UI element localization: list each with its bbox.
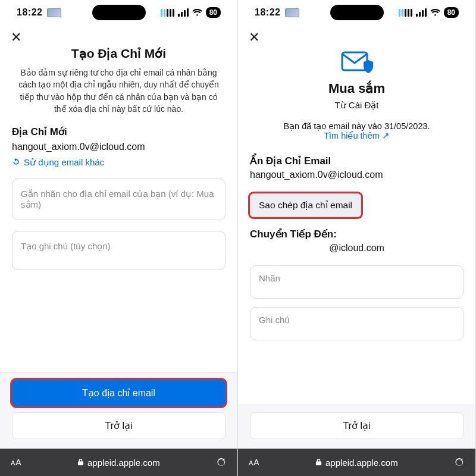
reader-mode-button[interactable]: AA xyxy=(11,458,21,467)
copy-email-button[interactable]: Sao chép địa chỉ email xyxy=(250,193,361,217)
create-email-button-label: Tạo địa chỉ email xyxy=(82,388,155,398)
close-icon[interactable]: ✕ xyxy=(11,30,21,45)
svg-rect-0 xyxy=(342,52,367,70)
pip-thumbnail xyxy=(47,8,61,17)
phone-right: 18:22 80 ✕ Mu xyxy=(238,0,476,476)
back-button-label: Trở lại xyxy=(105,421,132,431)
safari-toolbar: AA appleid.apple.com xyxy=(0,449,237,476)
footer: Tạo địa chỉ email Trở lại xyxy=(0,372,237,449)
learn-more-link[interactable]: Tìm hiểu thêm ↗ xyxy=(324,131,390,140)
pip-thumbnail xyxy=(285,8,299,17)
create-email-button[interactable]: Tạo địa chỉ email xyxy=(12,380,226,406)
page-title: Mua sắm xyxy=(250,81,464,96)
mail-shield-icon xyxy=(341,50,373,74)
reload-button[interactable] xyxy=(454,457,465,468)
reader-mode-button[interactable]: AA xyxy=(249,458,259,467)
note-input[interactable]: Ghi chú xyxy=(250,307,464,340)
cellular-signal-icon xyxy=(416,8,427,17)
use-different-email-link[interactable]: Sử dụng email khác xyxy=(12,157,226,168)
battery-indicator: 80 xyxy=(444,7,459,18)
label-input[interactable]: Nhãn xyxy=(250,265,464,299)
copy-email-button-label: Sao chép địa chỉ email xyxy=(259,200,352,210)
status-time: 18:22 xyxy=(255,7,280,18)
page-title: Tạo Địa Chỉ Mới xyxy=(12,46,226,61)
wifi-icon xyxy=(192,9,202,17)
lock-icon xyxy=(77,458,84,468)
back-button-label: Trở lại xyxy=(343,421,370,431)
reload-button[interactable] xyxy=(216,457,227,468)
status-bar: 18:22 80 xyxy=(0,0,237,25)
address-bar[interactable]: appleid.apple.com xyxy=(277,458,436,468)
label-input-placeholder: Nhãn xyxy=(259,273,280,283)
back-button[interactable]: Trở lại xyxy=(12,412,226,439)
address-bar[interactable]: appleid.apple.com xyxy=(39,458,198,468)
use-different-email-text: Sử dụng email khác xyxy=(24,157,104,168)
note-input-placeholder: Ghi chú xyxy=(259,315,290,325)
label-input[interactable]: Gắn nhãn cho địa chỉ email của bạn (ví d… xyxy=(12,178,226,220)
cellular-signal-icon xyxy=(178,8,189,17)
address-url: appleid.apple.com xyxy=(325,458,398,468)
note-input-placeholder: Tạo ghi chú (tùy chọn) xyxy=(21,241,111,251)
footer: Trở lại xyxy=(238,405,475,449)
status-time: 18:22 xyxy=(17,7,42,18)
audio-bars-icon xyxy=(161,9,174,17)
phone-left: 18:22 80 ✕ Tạo Địa Chỉ Mới Bảo đảm sự ri… xyxy=(0,0,238,476)
hidden-email: hangout_axiom.0v@icloud.com xyxy=(250,170,464,180)
created-date-line: Bạn đã tạo email này vào 31/05/2023. Tìm… xyxy=(250,121,464,140)
new-address-label: Địa Chỉ Mới xyxy=(12,126,226,138)
forward-to-label: Chuyển Tiếp Đến: xyxy=(250,228,464,240)
back-button[interactable]: Trở lại xyxy=(250,412,464,439)
label-input-placeholder: Gắn nhãn cho địa chỉ email của bạn (ví d… xyxy=(21,189,214,209)
dynamic-island xyxy=(92,5,146,20)
address-url: appleid.apple.com xyxy=(87,458,160,468)
hide-email-label: Ẩn Địa Chỉ Email xyxy=(250,155,464,167)
battery-indicator: 80 xyxy=(206,7,221,18)
refresh-icon xyxy=(12,158,20,168)
lock-icon xyxy=(315,458,322,468)
page-subtitle: Từ Cài Đặt xyxy=(250,100,464,111)
dynamic-island xyxy=(330,5,384,20)
generated-email: hangout_axiom.0v@icloud.com xyxy=(12,142,226,152)
safari-toolbar: AA appleid.apple.com xyxy=(238,449,475,476)
status-bar: 18:22 80 xyxy=(238,0,475,25)
note-input[interactable]: Tạo ghi chú (tùy chọn) xyxy=(12,231,226,270)
audio-bars-icon xyxy=(399,9,412,17)
page-description: Bảo đảm sự riêng tư cho địa chỉ email cá… xyxy=(13,67,224,115)
wifi-icon xyxy=(430,9,440,17)
close-icon[interactable]: ✕ xyxy=(249,30,259,45)
forward-to-value: @icloud.com xyxy=(250,243,464,253)
